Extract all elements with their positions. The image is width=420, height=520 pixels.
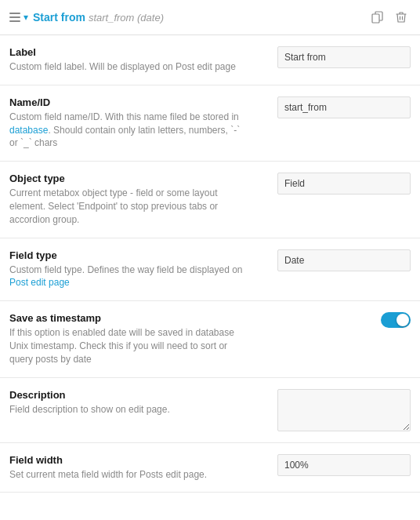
field-name-label: Label [9, 46, 251, 58]
field-info-label: LabelCustom field label. Will be display… [9, 46, 260, 74]
field-row-name_id: Name/IDCustom field name/ID. With this n… [0, 85, 420, 162]
copy-button[interactable] [368, 8, 387, 27]
input-field_width[interactable] [277, 454, 411, 476]
toggle-save_as_timestamp[interactable] [381, 312, 411, 328]
svg-rect-1 [372, 14, 379, 23]
field-desc-save_as_timestamp: If this option is enabled date will be s… [9, 326, 251, 365]
field-desc-name_id: Custom field name/ID. With this name fil… [9, 111, 251, 150]
input-label[interactable] [277, 46, 411, 68]
field-control-object_type [260, 173, 411, 195]
field-desc-field_type: Custom field type. Defines the way field… [9, 264, 251, 290]
field-name-save_as_timestamp: Save as timestamp [9, 312, 251, 324]
header-actions [368, 8, 411, 27]
header-icons: ▾ [9, 12, 28, 23]
field-row-save_as_timestamp: Save as timestampIf this option is enabl… [0, 301, 420, 377]
fields-container: LabelCustom field label. Will be display… [0, 35, 420, 493]
field-row-field_type: Field typeCustom field type. Defines the… [0, 238, 420, 302]
header: ▾ Start from start_from (date) [0, 0, 420, 35]
input-name_id[interactable] [277, 96, 411, 118]
field-row-field_width: Field widthSet current meta field width … [0, 443, 420, 493]
field-info-description: DescriptionField description to show on … [9, 389, 260, 416]
field-info-object_type: Object typeCurrent metabox object type -… [9, 173, 260, 226]
field-row-label: LabelCustom field label. Will be display… [0, 35, 420, 85]
input-field_type[interactable] [277, 249, 411, 271]
header-title: Start from start_from (date) [33, 11, 364, 24]
field-desc-object_type: Current metabox object type - field or s… [9, 187, 251, 226]
field-control-field_type [260, 249, 411, 271]
toggle-wrapper-save_as_timestamp [381, 312, 411, 328]
input-object_type[interactable] [277, 173, 411, 195]
field-info-name_id: Name/IDCustom field name/ID. With this n… [9, 96, 260, 150]
header-sublabel: start_from (date) [89, 12, 164, 24]
field-control-save_as_timestamp [260, 312, 411, 328]
field-info-field_width: Field widthSet current meta field width … [9, 454, 260, 482]
field-name-name_id: Name/ID [9, 96, 251, 108]
field-control-label [260, 46, 411, 68]
hamburger-icon[interactable] [9, 13, 20, 22]
field-desc-field_width: Set current meta field width for Posts e… [9, 468, 251, 482]
field-name-description: Description [9, 389, 251, 401]
field-desc-description: Field description to show on edit page. [9, 403, 251, 416]
field-name-field_width: Field width [9, 454, 251, 466]
field-row-description: DescriptionField description to show on … [0, 378, 420, 443]
field-name-object_type: Object type [9, 173, 251, 184]
delete-button[interactable] [392, 8, 411, 27]
textarea-description[interactable] [277, 389, 411, 431]
field-control-field_width [260, 454, 411, 476]
chevron-icon[interactable]: ▾ [24, 12, 28, 23]
field-control-name_id [260, 96, 411, 118]
field-name-field_type: Field type [9, 249, 251, 261]
field-info-save_as_timestamp: Save as timestampIf this option is enabl… [9, 312, 260, 365]
field-control-description [260, 389, 411, 431]
field-info-field_type: Field typeCustom field type. Defines the… [9, 249, 260, 290]
header-label: Start from [33, 11, 85, 24]
field-row-object_type: Object typeCurrent metabox object type -… [0, 162, 420, 238]
field-desc-label: Custom field label. Will be displayed on… [9, 60, 251, 74]
